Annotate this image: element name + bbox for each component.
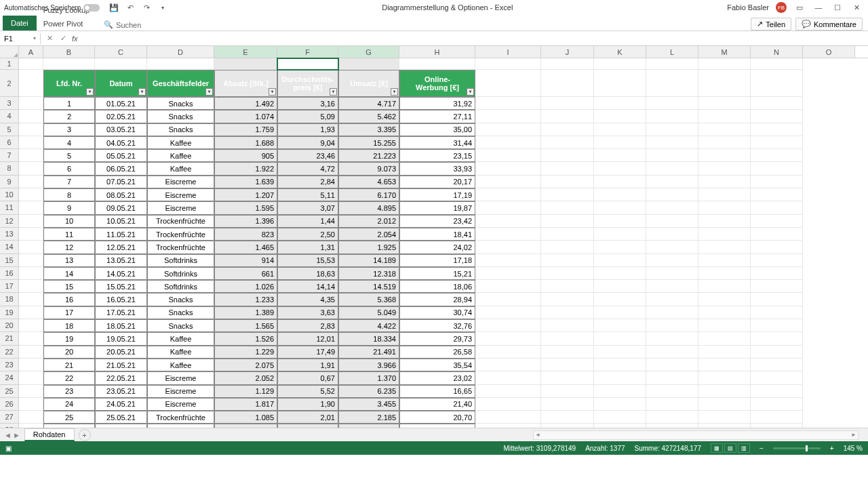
cell[interactable] — [541, 424, 594, 428]
cell-werbung[interactable]: 26,58 — [399, 346, 475, 359]
cell[interactable] — [19, 136, 43, 149]
cell-werbung[interactable]: 15,21 — [399, 267, 475, 280]
user-avatar[interactable]: FB — [776, 2, 787, 13]
cell-lfdnr[interactable]: 14 — [43, 267, 95, 280]
cell-preis[interactable]: 3,07 — [277, 201, 338, 214]
cell-lfdnr[interactable]: 26 — [43, 424, 95, 428]
cell[interactable] — [646, 424, 698, 428]
cell[interactable] — [594, 319, 646, 332]
cell[interactable] — [751, 359, 803, 371]
cell-werbung[interactable]: 27,11 — [399, 110, 475, 123]
filter-icon[interactable]: ▾ — [138, 88, 146, 96]
cell-umsatz[interactable]: 3.966 — [338, 359, 399, 371]
cell[interactable] — [698, 398, 751, 411]
cell[interactable] — [698, 319, 751, 332]
ribbon-tab-power pivot[interactable]: Power Pivot — [37, 17, 100, 30]
cell[interactable] — [541, 188, 594, 201]
cell[interactable] — [698, 188, 751, 201]
cell-datum[interactable]: 12.05.21 — [95, 241, 147, 253]
cell-datum[interactable]: 23.05.21 — [95, 385, 147, 398]
cell[interactable] — [19, 110, 43, 123]
cell[interactable] — [751, 162, 803, 175]
cell[interactable] — [751, 306, 803, 319]
cell[interactable] — [594, 110, 646, 123]
cell-preis[interactable]: 14,14 — [277, 280, 338, 293]
cell-datum[interactable]: 05.05.21 — [95, 149, 147, 162]
cell-datum[interactable]: 04.05.21 — [95, 136, 147, 149]
cell[interactable] — [698, 293, 751, 306]
cell-datum[interactable]: 17.05.21 — [95, 306, 147, 319]
undo-icon[interactable]: ↶ — [125, 3, 135, 12]
cell[interactable] — [475, 254, 541, 267]
qat-dropdown-icon[interactable]: ▾ — [158, 3, 167, 12]
cell[interactable] — [646, 176, 698, 188]
cell[interactable] — [541, 136, 594, 149]
cell-preis[interactable]: 23,46 — [277, 149, 338, 162]
maximize-icon[interactable]: ☐ — [831, 3, 844, 12]
page-layout-view-icon[interactable]: ▤ — [724, 443, 736, 453]
cell-geschaeftsfeld[interactable]: Trockenfrüchte — [147, 411, 214, 424]
cell[interactable] — [751, 267, 803, 280]
cell[interactable] — [19, 162, 43, 175]
cell-lfdnr[interactable]: 8 — [43, 188, 95, 201]
cell[interactable] — [646, 371, 698, 384]
cell[interactable] — [646, 110, 698, 123]
cell-umsatz[interactable]: 5.368 — [338, 293, 399, 306]
filter-icon[interactable]: ▾ — [391, 88, 398, 96]
cell-datum[interactable]: 14.05.21 — [95, 267, 147, 280]
cell[interactable] — [19, 346, 43, 359]
fx-icon[interactable]: fx — [72, 35, 78, 43]
cell-werbung[interactable]: 16,65 — [399, 385, 475, 398]
horizontal-scrollbar[interactable] — [533, 430, 859, 440]
cell[interactable] — [594, 280, 646, 293]
zoom-level[interactable]: 145 % — [844, 445, 863, 452]
cell-werbung[interactable]: 19,87 — [399, 201, 475, 214]
column-header-K[interactable]: K — [594, 46, 646, 58]
cell[interactable] — [751, 215, 803, 228]
cell[interactable] — [751, 241, 803, 253]
cell-geschaeftsfeld[interactable]: Kaffee — [147, 346, 214, 359]
cell[interactable] — [475, 241, 541, 253]
cell-geschaeftsfeld[interactable]: Softdrinks — [147, 280, 214, 293]
sheet-nav-next-icon[interactable]: ► — [13, 431, 20, 439]
cell[interactable] — [646, 149, 698, 162]
cell-umsatz[interactable]: 5.462 — [338, 110, 399, 123]
cell-geschaeftsfeld[interactable]: Kaffee — [147, 332, 214, 345]
cell-absatz[interactable]: 2.052 — [214, 371, 277, 384]
cell[interactable] — [541, 398, 594, 411]
row-header-10[interactable]: 10 — [0, 188, 18, 201]
normal-view-icon[interactable]: ▦ — [711, 443, 723, 453]
column-header-B[interactable]: B — [43, 46, 95, 58]
cell[interactable] — [646, 162, 698, 175]
cell-geschaeftsfeld[interactable]: Softdrinks — [147, 254, 214, 267]
cell[interactable] — [541, 241, 594, 253]
cell-absatz[interactable]: 1.922 — [214, 162, 277, 175]
cell-preis[interactable]: 12,01 — [277, 332, 338, 345]
cell-absatz[interactable]: 960 — [214, 424, 277, 428]
cell-K1[interactable] — [594, 58, 646, 70]
cell[interactable] — [541, 201, 594, 214]
cell[interactable] — [698, 371, 751, 384]
row-header-13[interactable]: 13 — [0, 228, 18, 241]
filter-icon[interactable]: ▾ — [330, 88, 337, 96]
row-header-1[interactable]: 1 — [0, 58, 18, 70]
cell-werbung[interactable]: 20,70 — [399, 411, 475, 424]
cell[interactable] — [646, 97, 698, 110]
cell[interactable] — [751, 293, 803, 306]
cell-datum[interactable]: 09.05.21 — [95, 201, 147, 214]
cell-umsatz[interactable]: 1.370 — [338, 371, 399, 384]
cell[interactable] — [19, 215, 43, 228]
cell-B1[interactable] — [43, 58, 95, 70]
cell-geschaeftsfeld[interactable]: Softdrinks — [147, 267, 214, 280]
cell[interactable] — [751, 346, 803, 359]
cell[interactable] — [594, 176, 646, 188]
cell[interactable] — [475, 280, 541, 293]
cell-werbung[interactable]: 21,40 — [399, 398, 475, 411]
row-header-3[interactable]: 3 — [0, 97, 18, 110]
row-header-25[interactable]: 25 — [0, 385, 18, 398]
cell[interactable] — [541, 123, 594, 136]
row-header-18[interactable]: 18 — [0, 293, 18, 306]
cell-datum[interactable]: 19.05.21 — [95, 332, 147, 345]
cell-umsatz[interactable]: 2.154 — [338, 424, 399, 428]
cell-werbung[interactable]: 23,15 — [399, 149, 475, 162]
